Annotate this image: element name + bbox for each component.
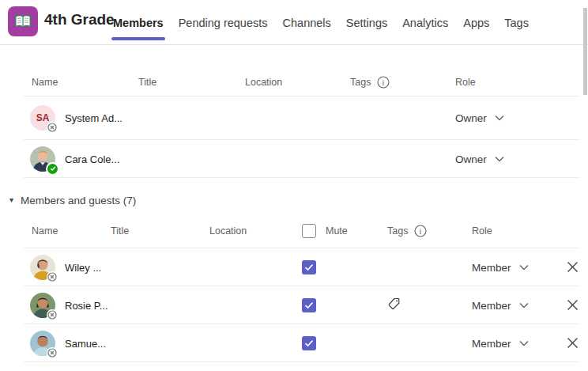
- presence-blocked-icon: [47, 271, 58, 282]
- tab-apps[interactable]: Apps: [463, 0, 489, 45]
- col-header-mute: Mute: [326, 225, 348, 237]
- col-header-location: Location: [209, 225, 247, 237]
- remove-member-button[interactable]: [564, 259, 581, 276]
- members-and-guests-section-toggle[interactable]: ▾ Members and guests (7): [0, 186, 588, 214]
- member-name: System Ad...: [65, 112, 122, 124]
- avatar: [30, 293, 55, 318]
- col-header-location: Location: [245, 77, 282, 88]
- tab-analytics[interactable]: Analytics: [402, 0, 448, 45]
- mute-checkbox[interactable]: [302, 336, 316, 350]
- tab-tags[interactable]: Tags: [504, 0, 529, 45]
- mute-checkbox[interactable]: [302, 260, 316, 274]
- col-header-role: Role: [455, 77, 476, 88]
- avatar: SA: [30, 105, 55, 131]
- tab-settings[interactable]: Settings: [346, 0, 387, 45]
- tab-channels[interactable]: Channels: [283, 0, 331, 45]
- remove-member-button[interactable]: [564, 335, 581, 352]
- member-name: Cara Cole...: [65, 153, 119, 165]
- chevron-down-icon: [519, 340, 529, 346]
- role-dropdown[interactable]: Member: [472, 261, 529, 273]
- presence-blocked-icon: [47, 309, 58, 320]
- col-header-title: Title: [138, 77, 156, 88]
- presence-blocked-icon: [47, 347, 58, 358]
- table-row-member-wiley: Wiley ... Member: [24, 248, 580, 286]
- svg-text:i: i: [420, 227, 422, 236]
- col-header-name: Name: [32, 77, 58, 88]
- owners-table: Name Title Location Tags i Role SA Syste…: [24, 68, 580, 178]
- presence-available-icon: [47, 164, 58, 174]
- remove-member-button[interactable]: [564, 297, 581, 314]
- members-table: Name Title Location Mute Tags i Role: [24, 214, 580, 362]
- svg-text:i: i: [383, 78, 385, 86]
- col-header-name: Name: [32, 225, 58, 237]
- role-dropdown[interactable]: Member: [472, 299, 529, 311]
- role-dropdown[interactable]: Member: [472, 337, 529, 349]
- members-table-header: Name Title Location Mute Tags i Role: [24, 214, 580, 248]
- team-name: 4th Grade: [44, 11, 115, 28]
- col-header-tags: Tags i: [350, 76, 390, 89]
- presence-blocked-icon: [47, 122, 58, 133]
- owners-table-header: Name Title Location Tags i Role: [24, 68, 580, 97]
- member-name: Rosie P...: [65, 299, 108, 311]
- avatar: [30, 255, 55, 280]
- tab-pending-requests[interactable]: Pending requests: [179, 0, 268, 45]
- avatar: [30, 331, 55, 356]
- chevron-down-icon: [495, 156, 504, 161]
- close-icon: [567, 299, 579, 311]
- section-title: Members and guests (7): [21, 195, 136, 206]
- role-dropdown[interactable]: Owner: [455, 153, 504, 165]
- tags-info-icon[interactable]: i: [377, 76, 390, 89]
- table-row-owner-system-admin: SA System Ad... Owner: [24, 97, 580, 140]
- chevron-down-icon: [519, 264, 529, 270]
- col-header-title: Title: [111, 225, 129, 237]
- role-dropdown[interactable]: Owner: [455, 112, 504, 124]
- table-row-member-rosie: Rosie P... Member: [24, 286, 580, 324]
- chevron-down-icon: [519, 302, 529, 308]
- tab-bar: Members Pending requests Channels Settin…: [113, 0, 529, 45]
- col-header-role: Role: [472, 225, 492, 237]
- mute-all-checkbox[interactable]: [302, 224, 316, 238]
- avatar: [30, 146, 55, 172]
- col-header-tags: Tags i: [387, 225, 427, 237]
- tab-members[interactable]: Members: [113, 0, 164, 45]
- member-name: Wiley ...: [65, 261, 101, 273]
- mute-checkbox[interactable]: [302, 298, 316, 312]
- active-tab-underline: [111, 37, 165, 40]
- team-header: 4th Grade Members Pending requests Chann…: [0, 0, 588, 45]
- table-row-member-samuel: Samue... Member: [24, 324, 580, 362]
- close-icon: [567, 261, 579, 273]
- tags-info-icon[interactable]: i: [414, 225, 427, 237]
- member-name: Samue...: [65, 337, 106, 349]
- team-avatar-open-book-icon: [8, 6, 38, 36]
- vertical-scrollbar[interactable]: [583, 8, 587, 95]
- tag-icon[interactable]: [387, 297, 401, 313]
- chevron-down-icon: [495, 115, 504, 121]
- close-icon: [567, 337, 579, 349]
- collapse-triangle-icon: ▾: [9, 196, 13, 204]
- table-row-owner-cara-cole: Cara Cole... Owner: [24, 140, 580, 178]
